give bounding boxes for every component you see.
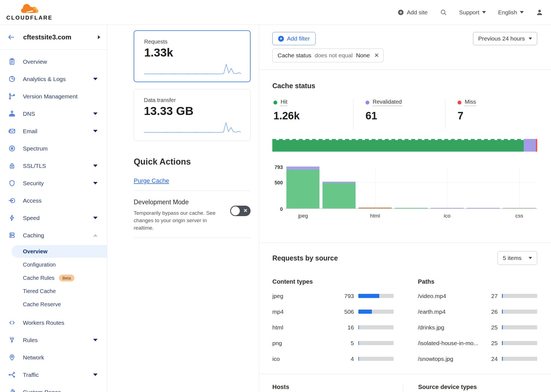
hit-dot-icon	[273, 101, 277, 104]
gridline	[375, 167, 375, 208]
subnav-item-tiered-cache[interactable]: Tiered Cache	[12, 285, 107, 297]
sidebar-item-label: SSL/TLS	[23, 163, 93, 169]
search-icon	[440, 9, 447, 16]
chevron-down-icon	[529, 37, 532, 40]
sidebar-item-email[interactable]: Email	[0, 122, 107, 140]
chart-bar-col2	[322, 182, 356, 208]
sidebar-item-access[interactable]: Access	[0, 192, 107, 209]
sidebar-item-label: Workers Routes	[23, 319, 98, 326]
bar-segment-revalidated	[431, 208, 464, 208]
sidebar-item-rules[interactable]: Rules	[0, 331, 107, 349]
cache-status-stats: Hit1.26kRevalidated61Miss7	[272, 99, 537, 129]
item-value: 24	[478, 356, 498, 362]
sidebar-item-spectrum[interactable]: Spectrum	[0, 140, 107, 157]
add-site-button[interactable]: Add site	[397, 9, 428, 16]
network-icon	[8, 354, 16, 361]
chevron-down-icon	[93, 130, 98, 132]
sidebar-item-security[interactable]: Security	[0, 174, 107, 192]
stat-miss: Miss7	[445, 99, 537, 129]
stat-label[interactable]: Miss	[465, 99, 476, 106]
sidebar-item-version-management[interactable]: Version Management	[0, 88, 107, 105]
cloudflare-logo[interactable]: CLOUDFLARE	[6, 4, 53, 21]
x-tick-label: css	[515, 213, 523, 219]
chevron-down-icon	[93, 182, 98, 184]
account-menu[interactable]	[536, 9, 543, 16]
search-button[interactable]	[440, 9, 447, 16]
subnav-item-label: Tiered Cache	[23, 288, 56, 294]
item-bar-track	[358, 294, 394, 298]
item-bar-track	[502, 341, 537, 345]
bar-segment-other	[467, 208, 500, 208]
add-filter-button[interactable]: + Add filter	[272, 32, 316, 45]
stat-label[interactable]: Revalidated	[373, 99, 402, 106]
data-transfer-value: 13.33 GB	[144, 104, 241, 118]
sidebar-item-speed[interactable]: Speed	[0, 209, 107, 227]
subnav-item-cache-rules[interactable]: Cache RulesBeta	[12, 272, 107, 284]
chart-plot-area: jpeghtmlicocss	[285, 167, 537, 209]
sidebar-item-analytics-logs[interactable]: Analytics & Logs	[0, 70, 107, 88]
item-bar-fill	[358, 310, 372, 314]
time-range-dropdown[interactable]: Previous 24 hours	[473, 32, 537, 45]
subnav-item-label: Configuration	[23, 262, 56, 268]
cloudflare-cloud-icon	[21, 4, 38, 15]
sidebar-item-label: Custom Pages	[23, 389, 98, 392]
requests-by-source-title: Requests by source	[272, 254, 338, 262]
requests-value: 1.33k	[144, 46, 241, 59]
sidebar-item-caching[interactable]: Caching	[0, 227, 107, 244]
sidebar-item-label: Speed	[23, 215, 93, 221]
requests-metric-card[interactable]: Requests 1.33k	[134, 30, 251, 82]
stat-label[interactable]: Hit	[281, 99, 287, 106]
item-bar-track	[502, 294, 537, 298]
traffic-icon	[8, 371, 16, 378]
subnav-item-cache-reserve[interactable]: Cache Reserve	[12, 298, 107, 311]
stacked-bar-segment-hit	[272, 139, 524, 152]
sidebar-item-label: Analytics & Logs	[23, 76, 93, 82]
back-arrow-icon[interactable]	[7, 34, 15, 41]
sidebar-item-workers-routes[interactable]: Workers Routes	[0, 314, 107, 331]
toggle-knob	[231, 206, 240, 215]
development-mode-toggle[interactable]: ✕	[230, 206, 251, 216]
sidebar-item-custom-pages[interactable]: Custom Pages	[0, 383, 107, 392]
sidebar-item-overview[interactable]: Overview	[0, 53, 107, 70]
data-transfer-metric-card[interactable]: Data transfer 13.33 GB	[134, 89, 251, 141]
item-bar-fill	[502, 341, 502, 345]
item-label: html	[272, 324, 335, 331]
cloudflare-dashboard: CLOUDFLARE Add site Support English	[0, 0, 551, 392]
ssl-icon	[8, 162, 16, 170]
plus-circle-icon: +	[278, 36, 284, 42]
list-item: html16	[272, 319, 394, 335]
development-mode-title: Development Mode	[134, 198, 222, 206]
items-count-dropdown[interactable]: 5 items	[498, 251, 537, 265]
subnav-item-overview[interactable]: Overview	[12, 245, 107, 258]
support-menu[interactable]: Support	[459, 9, 486, 16]
subnav-item-configuration[interactable]: Configuration	[12, 258, 107, 271]
sidebar-item-dns[interactable]: DNS	[0, 105, 107, 122]
chart-bar-html	[359, 208, 392, 208]
caching-subnav: OverviewConfigurationCache RulesBetaTier…	[0, 244, 107, 314]
sidebar-item-traffic[interactable]: Traffic	[0, 366, 107, 383]
language-menu[interactable]: English	[498, 9, 524, 16]
list-item: /isolated-house-in-mo...25	[418, 335, 537, 351]
chart-bar-ico	[431, 208, 464, 208]
divider	[134, 190, 251, 191]
content-types-list: jpeg793mp4506html16png5ico4	[272, 288, 394, 367]
purge-cache-link[interactable]: Purge Cache	[134, 177, 169, 184]
sidebar-item-network[interactable]: Network	[0, 349, 107, 366]
sidebar-item-ssl-tls[interactable]: SSL/TLS	[0, 157, 107, 174]
site-switcher-caret-icon[interactable]	[98, 35, 100, 39]
item-value: 506	[335, 308, 354, 315]
hosts-section: Hosts cftestsite3.com1.33k Source device…	[259, 374, 551, 392]
item-bar-track	[358, 310, 394, 314]
list-item: png5	[272, 335, 394, 351]
bar-segment-other	[503, 208, 536, 208]
bar-segment-hit	[395, 208, 428, 208]
development-mode-description: Temporarily bypass our cache. See change…	[134, 209, 216, 232]
custom-pages-icon	[8, 388, 16, 392]
sidebar-item-label: Overview	[23, 58, 98, 65]
item-bar-fill	[358, 294, 379, 298]
remove-filter-icon[interactable]: ✕	[374, 52, 379, 59]
item-label: /drinks.jpg	[418, 324, 478, 331]
chart-bar-col4	[395, 208, 428, 208]
list-item: /earth.mp426	[418, 304, 537, 319]
chevron-down-icon	[93, 112, 98, 115]
